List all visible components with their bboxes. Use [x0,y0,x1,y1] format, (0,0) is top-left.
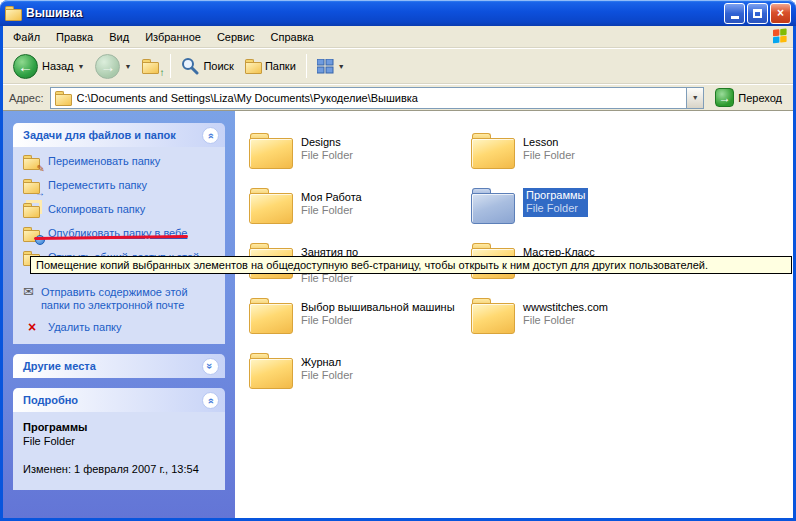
file-type: File Folder [523,149,575,162]
forward-button[interactable]: → ▼ [91,52,135,81]
file-folder-tasks-body: ✎ Переименовать папку → Переместить папк… [13,147,225,344]
menu-edit[interactable]: Правка [48,28,101,46]
task-pane: Задачи для файлов и папок » ✎ Переименов… [3,111,235,518]
views-button[interactable]: ▼ [313,57,349,76]
menu-file[interactable]: Файл [5,28,48,46]
move-folder-icon: → [23,179,41,194]
back-dropdown-icon: ▼ [78,63,85,70]
file-name: Журнал [301,356,353,369]
folder-icon [471,298,515,334]
menu-help[interactable]: Справка [263,28,322,46]
task-delete-folder[interactable]: × Удалить папку [23,321,217,334]
search-button[interactable]: Поиск [177,55,237,77]
folder-icon-selected [471,188,515,224]
address-input[interactable] [75,89,683,107]
panel-title: Подробно [23,394,78,406]
collapse-chevron-icon[interactable]: » [202,392,219,409]
views-dropdown-icon: ▼ [338,63,345,70]
file-name: Lesson [523,136,575,149]
task-label: Удалить папку [48,321,122,334]
file-name: Программы [526,189,585,202]
file-item-vybor-mashiny[interactable]: Выбор вышивальной машиныFile Folder [249,298,471,353]
folder-icon [471,133,515,169]
search-label: Поиск [203,60,233,72]
file-name: Designs [301,136,353,149]
details-file-type: File Folder [23,434,215,448]
go-button[interactable]: → Переход [710,87,787,108]
file-folder-tasks-header[interactable]: Задачи для файлов и папок » [13,123,225,147]
address-label: Адрес: [9,92,44,104]
task-label: Отправить содержимое этой папки по элект… [41,286,217,312]
standard-buttons-toolbar: ← Назад ▼ → ▼ ↑ Поиск Папки [3,48,793,84]
task-move-folder[interactable]: → Переместить папку [23,179,217,194]
menu-bar: Файл Правка Вид Избранное Сервис Справка [3,26,793,48]
file-folder-tasks-panel: Задачи для файлов и папок » ✎ Переименов… [13,123,225,344]
forward-arrow-icon: → [95,54,120,79]
task-label: Переместить папку [48,179,147,192]
up-button[interactable]: ↑ [138,57,164,76]
file-item-designs[interactable]: DesignsFile Folder [249,133,471,188]
other-places-panel: Другие места » [13,354,225,378]
views-icon [317,59,334,74]
maximize-button[interactable] [747,3,768,24]
search-icon [181,57,199,75]
menu-tools[interactable]: Сервис [209,28,263,46]
folders-label: Папки [265,60,296,72]
menu-view[interactable]: Вид [101,28,137,46]
expand-chevron-icon[interactable]: » [202,358,219,375]
folder-icon [249,298,293,334]
file-item-zhurnal[interactable]: ЖурналFile Folder [249,353,471,408]
file-name: wwwstitches.com [523,301,608,314]
toolbar-separator [170,54,171,78]
window-title: Вышивка [26,6,719,20]
green-arrow-icon: → [715,88,734,107]
panel-title: Другие места [23,360,96,372]
file-item-lesson[interactable]: LessonFile Folder [471,133,693,188]
back-label: Назад [42,60,74,72]
details-modified-date: Изменен: 1 февраля 2007 г., 13:54 [23,462,215,476]
toolbar-separator [306,54,307,78]
file-item-wwwstitches[interactable]: wwwstitches.comFile Folder [471,298,693,353]
details-body: Программы File Folder Изменен: 1 февраля… [13,412,225,490]
back-arrow-icon: ← [13,54,38,79]
file-type: File Folder [301,149,353,162]
task-label: Скопировать папку [48,203,145,216]
other-places-header[interactable]: Другие места » [13,354,225,378]
file-type: File Folder [301,204,362,217]
panel-title: Задачи для файлов и папок [23,129,176,141]
file-type: File Folder [301,369,353,382]
folder-icon [249,133,293,169]
task-copy-folder[interactable]: Скопировать папку [23,203,217,218]
back-button[interactable]: ← Назад ▼ [9,52,88,81]
task-rename-folder[interactable]: ✎ Переименовать папку [23,155,217,170]
file-name: Выбор вышивальной машины [301,301,455,314]
file-name: Моя Работа [301,191,362,204]
file-item-programmy-selected[interactable]: ПрограммыFile Folder [471,188,693,243]
address-combobox: ▼ [50,87,705,109]
menu-favorites[interactable]: Избранное [137,28,209,46]
task-label: Переименовать папку [48,155,160,168]
email-folder-icon: ✉ [23,286,34,298]
folders-icon [245,59,261,73]
title-bar: Вышивка × [0,0,796,26]
details-panel: Подробно » Программы File Folder Изменен… [13,388,225,490]
maximize-icon [753,9,762,18]
close-button[interactable]: × [770,3,791,24]
details-header[interactable]: Подробно » [13,388,225,412]
task-email-folder[interactable]: ✉ Отправить содержимое этой папки по эле… [23,286,217,312]
folder-icon [249,188,293,224]
delete-folder-icon: × [23,321,41,334]
windows-logo-icon [773,28,789,46]
file-type: File Folder [523,314,608,327]
collapse-chevron-icon[interactable]: » [202,127,219,144]
address-dropdown-button[interactable]: ▼ [686,88,703,108]
go-label: Переход [738,92,782,104]
folders-button[interactable]: Папки [241,57,300,75]
tooltip: Помещение копий выбранных элементов на о… [30,256,792,274]
folder-icon [249,353,293,389]
address-bar: Адрес: ▼ → Переход [3,84,793,111]
file-type: File Folder [301,314,455,327]
minimize-button[interactable] [724,3,745,24]
file-item-moya-rabota[interactable]: Моя РаботаFile Folder [249,188,471,243]
explorer-window: Вышивка × Файл Правка Вид Избранное Серв… [0,0,796,521]
